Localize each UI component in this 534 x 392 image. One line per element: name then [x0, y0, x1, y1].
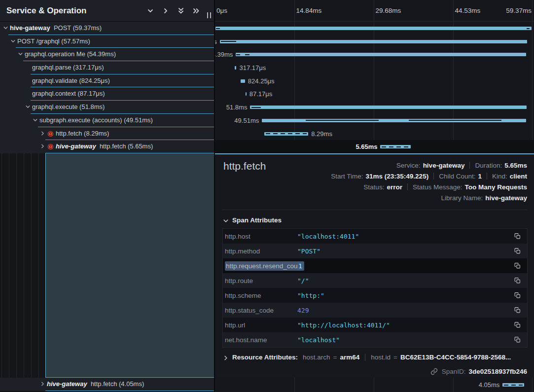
- span-attributes-header[interactable]: Span Attributes: [223, 216, 282, 224]
- attribute-row[interactable]: http.url"http://localhost:4011/": [223, 318, 527, 332]
- chevrons-down-icon[interactable]: [177, 7, 185, 15]
- trace-viewer: Service & Operation hive-gateway POST (5…: [0, 0, 534, 392]
- gantt-row[interactable]: 87.17μs: [215, 87, 534, 101]
- chevron-right-icon[interactable]: [39, 143, 46, 149]
- attribute-key: http.url: [223, 321, 297, 329]
- duration-label: 57.57ms: [215, 38, 217, 45]
- attribute-row[interactable]: http.host"localhost:4011": [223, 229, 527, 244]
- copy-icon[interactable]: [513, 261, 522, 270]
- duration-label: 51.8ms: [226, 104, 248, 111]
- chevron-down-icon[interactable]: [17, 51, 24, 57]
- span-name-label: subgraph.execute (accounts) (49.51ms): [39, 116, 153, 124]
- self-time-segment: [306, 120, 379, 121]
- chevron-down-icon[interactable]: [25, 104, 31, 110]
- gantt-row[interactable]: 51.8ms: [215, 101, 534, 114]
- selected-span-detail-spacer: [45, 153, 214, 378]
- service-name: hive-gateway: [10, 24, 50, 32]
- span-bar[interactable]: [250, 106, 527, 109]
- span-name-label: POST /graphql (57.57ms): [17, 37, 90, 45]
- gantt-row[interactable]: [215, 22, 534, 35]
- span-bar[interactable]: [235, 66, 236, 70]
- tree-row[interactable]: graphql.operation Me (54.39ms): [0, 48, 214, 61]
- duration-label: 5.65ms: [356, 143, 377, 150]
- tree-row[interactable]: graphql.context (87.17μs): [0, 87, 214, 101]
- copy-icon[interactable]: [513, 291, 522, 300]
- attribute-row[interactable]: http.method"POST": [223, 244, 527, 258]
- span-id-value: 3de02518937fb246: [468, 368, 527, 375]
- tree-row[interactable]: graphql.execute (51.8ms): [0, 101, 214, 114]
- tree-row[interactable]: http.fetch (8.29ms): [0, 127, 214, 141]
- attribute-value: "/": [297, 277, 513, 285]
- span-name-label: hive-gateway http.fetch (5.65ms): [56, 143, 153, 150]
- span-id-row: SpanID: 3de02518937fb246: [430, 368, 527, 375]
- ruler-tick-label: 14.84ms: [296, 7, 322, 14]
- span-name-label: hive-gateway http.fetch (4.05ms): [47, 380, 144, 388]
- attribute-row[interactable]: http.request.resend_count1: [223, 258, 527, 273]
- attribute-value: "POST": [297, 248, 513, 255]
- meta-item: Kind:client: [492, 173, 527, 180]
- detail-divider: [222, 210, 527, 210]
- span-bar[interactable]: [215, 27, 532, 30]
- span-bar[interactable]: [264, 132, 309, 136]
- tree-row[interactable]: hive-gateway POST (59.37ms): [0, 22, 214, 35]
- attribute-key: http.status_code: [223, 307, 297, 314]
- tree-row[interactable]: hive-gateway http.fetch (5.65ms): [0, 140, 214, 153]
- self-time-segment: [216, 28, 220, 29]
- attribute-value: "http://localhost:4011/": [297, 321, 513, 329]
- span-bar[interactable]: [236, 53, 526, 56]
- gantt-row[interactable]: 54.39ms: [215, 48, 534, 61]
- copy-icon[interactable]: [513, 306, 522, 315]
- chevrons-right-icon[interactable]: [192, 7, 200, 15]
- resource-attributes-items: host.arch=arm64host.id=BC62E13B-C4CC-585…: [303, 354, 511, 361]
- gantt-row[interactable]: 8.29ms: [215, 127, 534, 141]
- copy-icon[interactable]: [513, 247, 522, 255]
- span-bar[interactable]: [220, 40, 527, 43]
- attribute-key: http.method: [223, 248, 297, 255]
- gantt-row[interactable]: 5.65ms: [215, 140, 534, 153]
- span-bar[interactable]: [502, 383, 524, 387]
- span-attributes-title: Span Attributes: [232, 216, 282, 224]
- chevron-right-icon[interactable]: [39, 130, 46, 137]
- attribute-row[interactable]: net.host.name"localhost": [223, 332, 527, 347]
- copy-icon[interactable]: [513, 276, 522, 285]
- chevron-down-icon[interactable]: [2, 25, 9, 31]
- error-icon: [47, 131, 54, 137]
- ruler-tick-label: 29.68ms: [376, 7, 401, 14]
- gantt-row[interactable]: 57.57ms: [215, 35, 534, 48]
- chevron-down-icon[interactable]: [146, 7, 154, 15]
- span-bar[interactable]: [246, 92, 247, 96]
- chevron-right-icon[interactable]: [162, 7, 170, 15]
- gantt-row[interactable]: 49.51ms: [215, 114, 534, 127]
- attribute-row[interactable]: http.status_code429: [223, 303, 527, 318]
- meta-item: Status Message:Too Many Requests: [413, 183, 527, 191]
- tree-row[interactable]: graphql.validate (824.25μs): [0, 74, 214, 88]
- copy-icon[interactable]: [513, 335, 522, 344]
- gantt-row[interactable]: 4.05ms: [215, 378, 534, 392]
- span-name-label: graphql.operation Me (54.39ms): [25, 50, 116, 58]
- copy-icon[interactable]: [513, 321, 522, 329]
- ruler-tick-label: 44.53ms: [455, 7, 481, 14]
- span-bar[interactable]: [380, 145, 410, 148]
- splitter-grip-icon[interactable]: [207, 12, 211, 18]
- self-time-segment: [236, 54, 240, 55]
- gantt-row[interactable]: 824.25μs: [215, 74, 534, 88]
- gantt-row[interactable]: 317.17μs: [215, 61, 534, 74]
- tree-row[interactable]: graphql.parse (317.17μs): [0, 61, 214, 74]
- link-icon[interactable]: [430, 368, 438, 375]
- attribute-row[interactable]: http.scheme"http:": [223, 288, 527, 303]
- span-bar[interactable]: [262, 119, 526, 122]
- tree-row[interactable]: subgraph.execute (accounts) (49.51ms): [0, 114, 214, 127]
- chevron-down-icon[interactable]: [10, 38, 16, 44]
- tree-row[interactable]: hive-gateway http.fetch (4.05ms): [0, 378, 214, 391]
- span-bar[interactable]: [241, 79, 245, 83]
- chevron-right-icon[interactable]: [39, 381, 46, 387]
- meta-separator: [487, 173, 487, 179]
- copy-icon[interactable]: [513, 232, 522, 241]
- span-tree-panel: Service & Operation hive-gateway POST (5…: [0, 0, 214, 392]
- span-attributes-table: http.host"localhost:4011"http.method"POS…: [222, 228, 528, 348]
- attribute-row[interactable]: http.route"/": [223, 273, 527, 288]
- tree-header-title: Service & Operation: [6, 6, 146, 16]
- tree-row[interactable]: POST /graphql (57.57ms): [0, 35, 214, 48]
- resource-attributes-row[interactable]: Resource Attributes: host.arch=arm64host…: [223, 354, 511, 361]
- chevron-down-icon[interactable]: [32, 117, 38, 123]
